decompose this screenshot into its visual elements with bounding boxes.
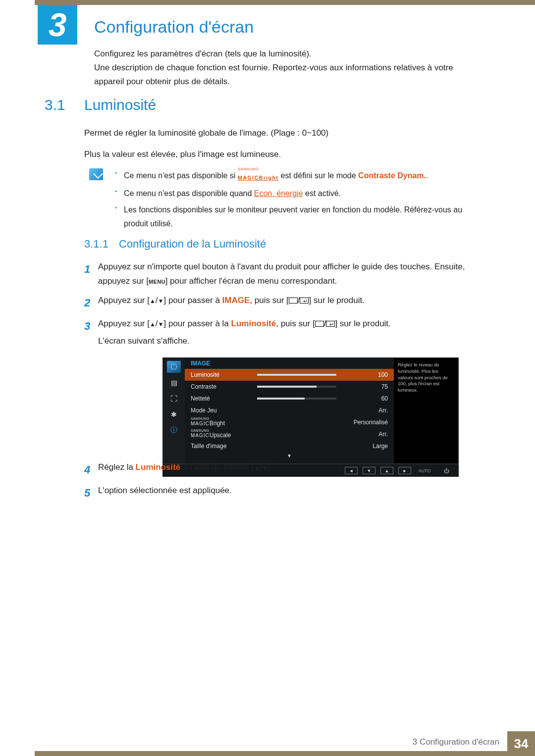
osd-tab-settings-icon: ✱ [167, 408, 181, 420]
osd-row-value: Arr. [343, 407, 388, 414]
osd-slider-fill [257, 398, 305, 400]
step-1: 1 Appuyez sur n'importe quel bouton à l'… [84, 260, 481, 289]
osd-row-value: 100 [343, 371, 388, 378]
osd-row-value: Personnalisé [343, 419, 388, 426]
osd-row: SAMSUNGMAGICBrightPersonnalisé [185, 416, 394, 428]
osd-scroll-down-icon: ▼ [185, 453, 394, 458]
source-icon [289, 298, 298, 303]
osd-row-value: 60 [343, 395, 388, 402]
osd-row: SAMSUNGMAGICUpscaleArr. [185, 428, 394, 440]
osd-row: Mode JeuArr. [185, 404, 394, 416]
step-list-continued: 4 Réglez la Luminosité à l'aide du bouto… [84, 460, 481, 507]
osd-row-label: Contraste [191, 383, 250, 390]
note-item-3: Les fonctions disponibles sur le moniteu… [115, 203, 472, 230]
osd-row: Contraste75 [185, 381, 394, 393]
osd-row-value: 75 [343, 383, 388, 390]
subsection-number: 3.1.1 [84, 238, 108, 251]
note-item-1: Ce menu n'est pas disponible si SAMSUNGM… [115, 168, 472, 184]
osd-row-value: Arr. [343, 431, 388, 438]
samsung-magic-bright-label: SAMSUNGMAGICBright [238, 168, 278, 184]
osd-row-label: Taille d'image [191, 443, 250, 450]
up-arrow-icon [150, 296, 156, 305]
osd-sidebar: 🖵 ▤ ⛶ ✱ ⓘ [163, 358, 185, 463]
step-3: 3 Appuyez sur [/] pour passer à la Lumin… [84, 317, 481, 349]
osd-tab-info-icon: ⓘ [167, 424, 181, 436]
body-p1: Permet de régler la luminosité globale d… [84, 126, 476, 141]
osd-row: Luminosité100 [185, 369, 394, 381]
section-body: Permet de régler la luminosité globale d… [84, 126, 476, 169]
chapter-title: Configuration d'écran [94, 17, 254, 37]
body-p2: Plus la valeur est élevée, plus l'image … [84, 148, 476, 162]
chapter-number: 3 [49, 6, 67, 44]
osd-slider-fill [257, 386, 317, 388]
osd-slider-track [257, 386, 336, 388]
osd-row: Netteté60 [185, 393, 394, 404]
osd-main: IMAGE Luminosité100Contraste75Netteté60M… [185, 358, 394, 463]
note-icon [89, 168, 103, 180]
osd-row-label: Mode Jeu [191, 407, 250, 414]
note-list: Ce menu n'est pas disponible si SAMSUNGM… [115, 168, 472, 233]
osd-slider-track [257, 398, 336, 400]
osd-panel: 🖵 ▤ ⛶ ✱ ⓘ IMAGE Luminosité100Contraste75… [162, 357, 459, 464]
up-arrow-icon [150, 319, 156, 328]
osd-row-value: Large [343, 443, 388, 450]
enter-icon [300, 298, 309, 303]
header-rule [35, 0, 535, 5]
osd-tab-image-icon: 🖵 [167, 361, 181, 373]
note-item-2: Ce menu n'est pas disponible quand Econ.… [115, 187, 472, 200]
section-title: Luminosité [84, 97, 156, 113]
step-2: 2 Appuyez sur [/] pour passer à IMAGE, p… [84, 294, 481, 312]
osd-help-text: Réglez le niveau de luminosité. Plus les… [394, 358, 458, 463]
step-list: 1 Appuyez sur n'importe quel bouton à l'… [84, 260, 481, 353]
section-number: 3.1 [45, 97, 65, 113]
enter-icon [326, 321, 335, 327]
osd-row-label: SAMSUNGMAGICBright [191, 418, 250, 427]
step-4: 4 Réglez la Luminosité à l'aide du bouto… [84, 460, 481, 479]
chapter-number-badge: 3 [38, 5, 77, 45]
osd-slider-track [257, 374, 336, 376]
osd-tab-color-icon: ▤ [167, 377, 181, 389]
osd-row-label: Netteté [191, 395, 250, 402]
osd-heading: IMAGE [185, 360, 394, 369]
osd-row-label: SAMSUNGMAGICUpscale [191, 430, 250, 439]
osd-slider-fill [257, 374, 336, 376]
footer-chapter-label: 3 Configuration d'écran [413, 737, 499, 747]
osd-row-label: Luminosité [191, 371, 250, 378]
down-arrow-icon [262, 462, 268, 472]
intro-line-2: Une description de chaque fonction est f… [94, 61, 476, 89]
chapter-intro: Configurez les paramètres d'écran (tels … [94, 47, 476, 89]
down-arrow-icon [158, 296, 164, 305]
step-5: 5 L'option sélectionnée est appliquée. [84, 484, 481, 502]
subsection-title: Configuration de la Luminosité [119, 238, 266, 251]
down-arrow-icon [158, 319, 164, 328]
menu-button-label: MENU [149, 279, 165, 285]
source-icon [315, 321, 324, 327]
osd-row: Taille d'imageLarge [185, 440, 394, 452]
osd-tab-size-icon: ⛶ [167, 393, 181, 404]
up-arrow-icon [254, 462, 260, 472]
osd-screenshot: 🖵 ▤ ⛶ ✱ ⓘ IMAGE Luminosité100Contraste75… [162, 357, 459, 477]
intro-line-1: Configurez les paramètres d'écran (tels … [94, 47, 476, 61]
footer-rule [35, 751, 535, 756]
